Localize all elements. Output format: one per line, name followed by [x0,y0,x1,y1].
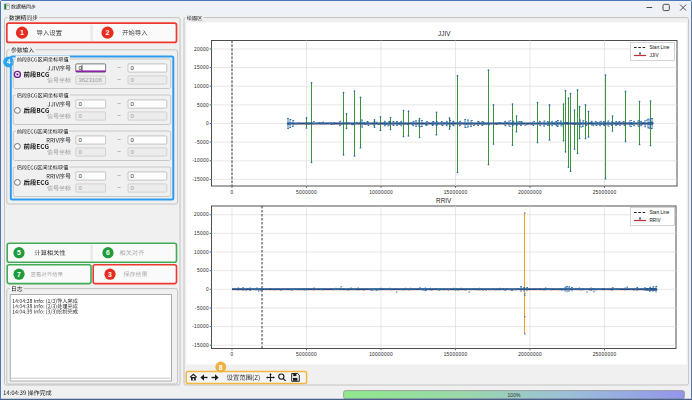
svg-text:1: 1 [20,28,24,37]
svg-text:-5000: -5000 [195,140,209,145]
svg-text:-15000: -15000 [192,343,209,348]
svg-text:RRIV: RRIV [436,197,452,204]
svg-text:10000: 10000 [194,250,209,255]
svg-text:~: ~ [117,172,121,179]
svg-text:25000000: 25000000 [593,190,617,195]
svg-text:Start Line: Start Line [649,45,669,50]
svg-text:~: ~ [117,100,121,107]
svg-text:JJIV: JJIV [438,30,451,37]
svg-text:10000000: 10000000 [369,190,393,195]
svg-text:5000: 5000 [197,103,209,108]
svg-text:15000: 15000 [194,231,209,236]
svg-text:20000000: 20000000 [518,190,542,195]
svg-text:0: 0 [231,352,234,357]
svg-text:4: 4 [7,58,11,65]
svg-text:20000: 20000 [194,47,209,52]
svg-text:~: ~ [117,64,121,71]
svg-text:7: 7 [17,271,21,278]
svg-text:15000000: 15000000 [444,190,468,195]
svg-text:8: 8 [219,364,223,371]
svg-text:-10000: -10000 [192,324,209,329]
svg-text:10000000: 10000000 [369,352,393,357]
svg-text:~: ~ [117,148,121,155]
svg-text:2: 2 [106,28,110,37]
svg-text:~: ~ [117,112,121,119]
svg-text:-5000: -5000 [195,306,209,311]
svg-text:3: 3 [108,271,112,278]
svg-text:0: 0 [206,287,209,292]
svg-text:3623106: 3623106 [78,77,102,83]
svg-text:RRIV: RRIV [649,218,661,223]
svg-text:20000000: 20000000 [518,352,542,357]
svg-text:15000000: 15000000 [444,352,468,357]
svg-text:20000: 20000 [194,212,209,217]
svg-text:~: ~ [117,184,121,191]
svg-text:~: ~ [117,136,121,143]
svg-text:~: ~ [117,76,121,83]
svg-text:5000: 5000 [197,268,209,273]
svg-text:-10000: -10000 [192,158,209,163]
svg-text:0: 0 [231,190,234,195]
svg-text:25000000: 25000000 [593,352,617,357]
svg-text:JJIV: JJIV [649,53,659,58]
svg-text:-15000: -15000 [192,177,209,182]
svg-text:15000: 15000 [194,65,209,70]
svg-text:6: 6 [106,249,110,256]
svg-text:5: 5 [17,249,21,256]
svg-text:10000: 10000 [194,84,209,89]
svg-text:100%: 100% [508,392,521,398]
svg-text:5000000: 5000000 [296,352,317,357]
svg-text:5000000: 5000000 [296,190,317,195]
svg-text:Start Line: Start Line [649,210,669,215]
svg-text:0: 0 [206,121,209,126]
